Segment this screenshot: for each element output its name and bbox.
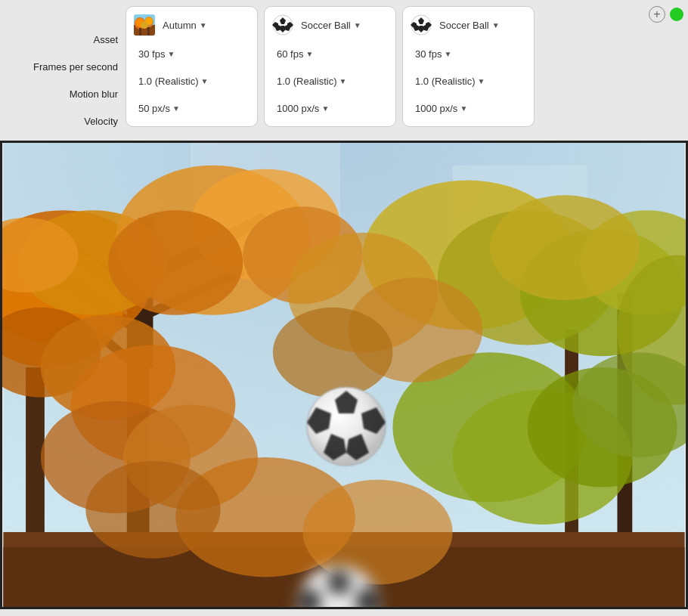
soccer-ball-upper xyxy=(305,385,388,468)
autumn-dropdown[interactable]: Autumn ▼ xyxy=(160,18,210,33)
status-indicator xyxy=(670,8,683,21)
autumn-velocity-value: 50 px/s xyxy=(138,103,170,114)
top-panel: Asset Frames per second Motion blur Velo… xyxy=(0,0,688,141)
ball1-name: Soccer Ball xyxy=(301,20,351,31)
column-ball1-header: Soccer Ball ▼ xyxy=(271,11,389,39)
ball1-fps-value: 60 fps xyxy=(277,48,303,60)
ball2-dropdown[interactable]: Soccer Ball ▼ xyxy=(436,18,503,33)
svg-rect-5 xyxy=(147,27,150,36)
velocity-label: Velocity xyxy=(84,107,126,135)
svg-point-63 xyxy=(273,308,392,398)
autumn-fps-value: 30 fps xyxy=(138,48,165,60)
ball2-fps-btn[interactable]: 30 fps ▼ xyxy=(411,46,456,62)
column-autumn-header: Autumn ▼ xyxy=(132,11,251,39)
asset-label: Asset xyxy=(93,26,126,53)
autumn-fps-row: 30 fps ▼ xyxy=(132,42,251,66)
autumn-name: Autumn xyxy=(163,20,197,31)
ball1-blur-row: 1.0 (Realistic) ▼ xyxy=(271,69,389,93)
ball2-blur-btn[interactable]: 1.0 (Realistic) ▼ xyxy=(411,73,489,89)
autumn-blur-btn[interactable]: 1.0 (Realistic) ▼ xyxy=(134,73,212,89)
ball1-velocity-row: 1000 px/s ▼ xyxy=(271,96,389,120)
ball1-velocity-value: 1000 px/s xyxy=(277,103,319,114)
ball2-name: Soccer Ball xyxy=(439,20,489,31)
column-autumn: Autumn ▼ 30 fps ▼ 1.0 (Realistic) ▼ 50 p… xyxy=(126,6,258,127)
preview-area xyxy=(0,141,688,609)
autumn-blur-value: 1.0 (Realistic) xyxy=(138,76,198,87)
autumn-velocity-btn[interactable]: 50 px/s ▼ xyxy=(134,101,184,116)
column-ball2-header: Soccer Ball ▼ xyxy=(409,11,528,39)
svg-rect-4 xyxy=(139,28,141,36)
ball1-dropdown[interactable]: Soccer Ball ▼ xyxy=(298,18,364,33)
ball2-fps-value: 30 fps xyxy=(415,48,442,60)
ball2-dropdown-arrow: ▼ xyxy=(492,21,500,29)
autumn-blur-arrow: ▼ xyxy=(200,77,208,85)
columns-area: Autumn ▼ 30 fps ▼ 1.0 (Realistic) ▼ 50 p… xyxy=(126,6,683,127)
svg-point-52 xyxy=(490,195,640,300)
motion-blur-label: Motion blur xyxy=(70,80,126,107)
autumn-velocity-row: 50 px/s ▼ xyxy=(132,96,251,120)
ball1-velocity-btn[interactable]: 1000 px/s ▼ xyxy=(272,101,333,116)
add-column-button[interactable]: + xyxy=(649,6,665,23)
column-ball2: Soccer Ball ▼ 30 fps ▼ 1.0 (Realistic) ▼… xyxy=(402,6,535,127)
ball1-fps-btn[interactable]: 60 fps ▼ xyxy=(272,46,318,62)
ball1-dropdown-arrow: ▼ xyxy=(354,21,361,29)
autumn-thumbnail xyxy=(134,14,155,36)
ball2-velocity-arrow: ▼ xyxy=(460,104,467,113)
ball2-blur-row: 1.0 (Realistic) ▼ xyxy=(409,69,528,93)
autumn-fps-arrow: ▼ xyxy=(167,50,175,58)
ball2-velocity-row: 1000 px/s ▼ xyxy=(409,96,528,120)
svg-point-66 xyxy=(85,461,220,559)
ball1-fps-row: 60 fps ▼ xyxy=(271,42,389,66)
autumn-blur-row: 1.0 (Realistic) ▼ xyxy=(132,69,251,93)
column-ball1: Soccer Ball ▼ 60 fps ▼ 1.0 (Realistic) ▼… xyxy=(264,6,396,127)
ball2-velocity-btn[interactable]: 1000 px/s ▼ xyxy=(411,101,472,116)
ball1-blur-btn[interactable]: 1.0 (Realistic) ▼ xyxy=(272,73,351,89)
svg-point-8 xyxy=(141,21,148,29)
ball2-velocity-value: 1000 px/s xyxy=(415,103,457,114)
ball2-blur-value: 1.0 (Realistic) xyxy=(415,76,475,87)
autumn-velocity-arrow: ▼ xyxy=(172,104,180,113)
soccer-icon-1 xyxy=(272,14,293,36)
ball1-blur-value: 1.0 (Realistic) xyxy=(277,76,336,87)
soccer-icon-2 xyxy=(411,14,432,36)
svg-point-46 xyxy=(108,210,243,315)
ball1-velocity-arrow: ▼ xyxy=(321,104,329,113)
ball2-blur-arrow: ▼ xyxy=(477,77,485,85)
ball2-fps-row: 30 fps ▼ xyxy=(409,42,528,66)
autumn-dropdown-arrow: ▼ xyxy=(200,21,207,29)
ball1-blur-arrow: ▼ xyxy=(339,77,346,85)
autumn-fps-btn[interactable]: 30 fps ▼ xyxy=(134,46,179,62)
fps-label: Frames per second xyxy=(33,53,126,80)
ball2-fps-arrow: ▼ xyxy=(444,50,451,58)
labels-column: Asset Frames per second Motion blur Velo… xyxy=(5,6,126,135)
ball1-fps-arrow: ▼ xyxy=(305,50,313,58)
soccer-ball-lower xyxy=(293,562,384,609)
autumn-background xyxy=(2,143,686,607)
